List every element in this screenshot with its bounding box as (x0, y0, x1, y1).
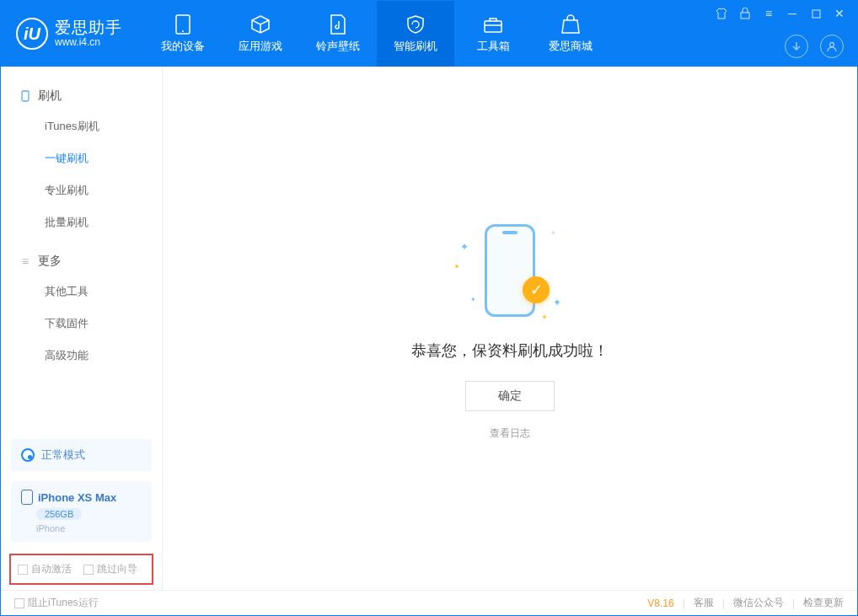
sidebar-group-title: 刷机 (38, 88, 62, 104)
device-card[interactable]: iPhone XS Max 256GB iPhone (11, 481, 152, 542)
sidebar-item-batch-flash[interactable]: 批量刷机 (1, 206, 162, 238)
download-button[interactable] (785, 35, 808, 58)
sparkle-icon: ✦ (460, 241, 469, 253)
sidebar-head-more: ≡ 更多 (1, 247, 162, 276)
app-logo-icon: iU (16, 18, 48, 50)
sparkle-icon: ✦ (553, 297, 561, 308)
shield-refresh-icon (405, 13, 426, 35)
nav-label: 工具箱 (477, 39, 510, 54)
success-illustration: ✦ ✦ ✦ ✦ ✓ (455, 216, 565, 325)
header: iU 爱思助手 www.i4.cn 我的设备 应用游戏 铃声壁纸 智能刷机 工具… (1, 1, 857, 67)
sidebar-group-flash: 刷机 iTunes刷机 一键刷机 专业刷机 批量刷机 (1, 82, 162, 238)
sidebar-item-download-firmware[interactable]: 下载固件 (1, 308, 162, 340)
checkbox-label: 自动激活 (31, 562, 72, 576)
header-actions (785, 35, 844, 58)
cube-icon (249, 13, 271, 35)
checkbox-label: 跳过向导 (97, 562, 137, 576)
list-icon: ≡ (19, 255, 31, 267)
phone-outline-icon (485, 224, 535, 317)
top-nav: 我的设备 应用游戏 铃声壁纸 智能刷机 工具箱 爱思商城 (144, 1, 609, 67)
svg-point-5 (830, 43, 834, 47)
nav-flash[interactable]: 智能刷机 (377, 1, 454, 67)
version-label: V8.16 (647, 597, 673, 609)
close-icon[interactable]: ✕ (832, 6, 847, 21)
menu-icon[interactable]: ≡ (761, 6, 776, 21)
check-update-link[interactable]: 检查更新 (803, 596, 844, 610)
checkbox-skip-guide[interactable]: 跳过向导 (83, 562, 137, 576)
checkbox-block-itunes[interactable]: 阻止iTunes运行 (14, 596, 99, 610)
sidebar-item-pro-flash[interactable]: 专业刷机 (1, 174, 162, 206)
logo-text: 爱思助手 www.i4.cn (55, 19, 122, 49)
nav-store[interactable]: 爱思商城 (532, 1, 609, 67)
mode-dot-icon (21, 448, 35, 462)
dot-icon (455, 265, 458, 268)
checkbox-icon (18, 565, 28, 575)
dot-icon (543, 315, 546, 319)
nav-label: 我的设备 (161, 39, 205, 54)
nav-toolbox[interactable]: 工具箱 (454, 1, 532, 67)
minimize-icon[interactable]: ─ (785, 6, 800, 21)
footer-left: 阻止iTunes运行 (14, 596, 99, 610)
device-phone-icon (21, 490, 33, 505)
sidebar-item-other-tools[interactable]: 其他工具 (1, 276, 162, 308)
user-button[interactable] (820, 35, 844, 58)
separator: | (683, 597, 685, 609)
app-title: 爱思助手 (55, 19, 122, 37)
separator: | (722, 597, 725, 609)
sidebar-item-itunes-flash[interactable]: iTunes刷机 (1, 110, 162, 142)
sidebar: 刷机 iTunes刷机 一键刷机 专业刷机 批量刷机 ≡ 更多 其他工具 下载固… (1, 67, 163, 590)
sidebar-group-title: 更多 (38, 254, 62, 269)
device-capacity: 256GB (36, 508, 82, 520)
status-bar: 阻止iTunes运行 V8.16 | 客服 | 微信公众号 | 检查更新 (1, 590, 857, 615)
nav-label: 爱思商城 (549, 39, 593, 54)
checkbox-icon (14, 598, 24, 608)
separator: | (792, 597, 795, 609)
nav-ringtones[interactable]: 铃声壁纸 (299, 1, 377, 67)
maximize-icon[interactable] (808, 6, 823, 21)
sparkle-icon: ✦ (550, 229, 556, 237)
window-controls-top: ≡ ─ ✕ (714, 6, 847, 21)
main-content: ✦ ✦ ✦ ✦ ✓ 恭喜您，保资料刷机成功啦！ 确定 查看日志 (163, 67, 857, 590)
highlighted-checkbox-area: 自动激活 跳过向导 (9, 554, 153, 585)
mode-card[interactable]: 正常模式 (11, 439, 152, 471)
ok-button[interactable]: 确定 (465, 381, 555, 411)
svg-rect-3 (741, 13, 749, 19)
sidebar-head-flash: 刷机 (1, 82, 162, 110)
sidebar-group-more: ≡ 更多 其他工具 下载固件 高级功能 (1, 247, 162, 372)
music-file-icon (327, 13, 349, 35)
nav-label: 应用游戏 (239, 39, 282, 54)
sparkle-icon: ✦ (470, 296, 476, 303)
device-type: iPhone (36, 523, 65, 533)
device-icon (172, 13, 194, 35)
nav-my-device[interactable]: 我的设备 (144, 1, 222, 67)
checkbox-icon (83, 565, 94, 575)
svg-point-1 (182, 30, 184, 32)
logo-area: iU 爱思助手 www.i4.cn (1, 1, 144, 67)
svg-rect-4 (812, 10, 820, 18)
checkbox-label: 阻止iTunes运行 (28, 596, 99, 610)
support-link[interactable]: 客服 (694, 596, 714, 610)
body: 刷机 iTunes刷机 一键刷机 专业刷机 批量刷机 ≡ 更多 其他工具 下载固… (1, 67, 857, 590)
mode-label: 正常模式 (41, 447, 85, 463)
device-name-row: iPhone XS Max (21, 490, 116, 505)
toolbox-icon (482, 13, 504, 35)
tshirt-icon[interactable] (714, 6, 729, 21)
bag-icon (560, 13, 582, 35)
wechat-link[interactable]: 微信公众号 (733, 596, 784, 610)
svg-rect-2 (485, 21, 501, 32)
device-name: iPhone XS Max (38, 491, 116, 504)
sidebar-item-oneclick-flash[interactable]: 一键刷机 (1, 142, 162, 174)
nav-label: 智能刷机 (394, 39, 437, 54)
nav-label: 铃声壁纸 (316, 39, 360, 54)
success-message: 恭喜您，保资料刷机成功啦！ (411, 340, 609, 361)
check-badge-icon: ✓ (523, 276, 550, 303)
sidebar-item-advanced[interactable]: 高级功能 (1, 340, 162, 372)
checkbox-auto-activate[interactable]: 自动激活 (18, 562, 72, 576)
nav-apps[interactable]: 应用游戏 (222, 1, 299, 67)
lock-icon[interactable] (737, 6, 753, 21)
svg-rect-6 (22, 91, 29, 101)
app-subtitle: www.i4.cn (55, 37, 122, 49)
footer-right: V8.16 | 客服 | 微信公众号 | 检查更新 (647, 596, 844, 610)
phone-icon (19, 90, 31, 102)
view-log-link[interactable]: 查看日志 (490, 426, 530, 441)
